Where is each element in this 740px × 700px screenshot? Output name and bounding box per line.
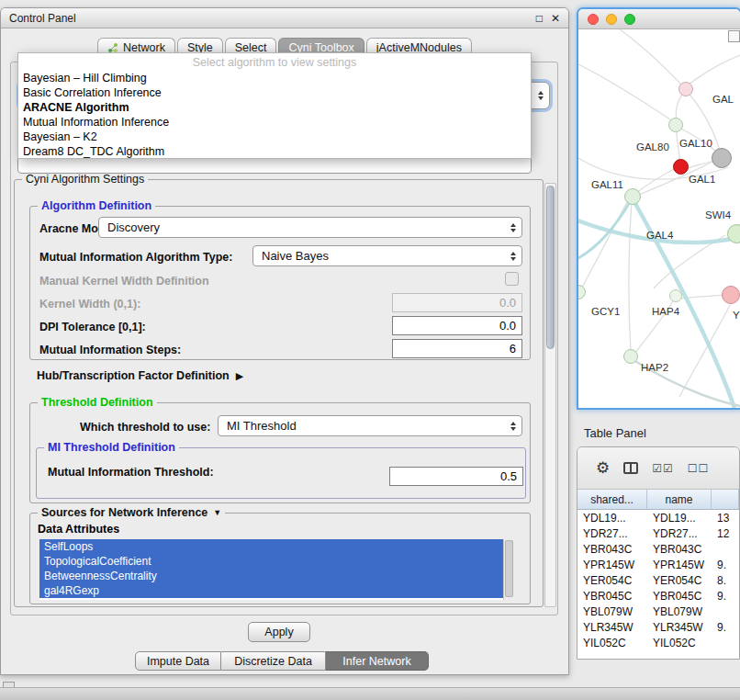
aracne-mode-value: Discovery bbox=[107, 220, 160, 234]
network-node-red[interactable] bbox=[673, 159, 689, 175]
combo-arrows-icon bbox=[538, 91, 544, 100]
dropdown-item[interactable]: Bayesian – K2 bbox=[18, 130, 531, 144]
network-canvas[interactable]: GAL80 GAL10 GAL11 GAL1 SWI4 GAL4 GCY1 HA… bbox=[578, 29, 740, 408]
attribute-item-selected[interactable]: BetweennessCentrality bbox=[39, 569, 503, 583]
attribute-item-selected[interactable]: SelfLoops bbox=[39, 539, 503, 554]
minimize-traffic-light[interactable] bbox=[606, 14, 617, 25]
network-node[interactable] bbox=[624, 188, 641, 205]
cell: YDL19... bbox=[647, 510, 712, 525]
dpi-tolerance-field[interactable]: 0.0 bbox=[392, 316, 522, 335]
node-label: GCY1 bbox=[591, 306, 620, 317]
table-row[interactable]: YBR043CYBR043C bbox=[577, 541, 739, 557]
threshold-definition-title: Threshold Definition bbox=[38, 396, 157, 409]
column-header-partial[interactable] bbox=[712, 490, 739, 509]
float-window-icon[interactable]: □ bbox=[536, 12, 543, 25]
scrollbar-thumb[interactable] bbox=[546, 186, 555, 349]
dropdown-item[interactable]: Bayesian – Hill Climbing bbox=[18, 71, 531, 85]
table-row[interactable]: YDR27...YDR27...12 bbox=[577, 525, 739, 541]
threshold-definition-group: Threshold Definition Which threshold to … bbox=[29, 402, 531, 503]
cell: YIL052C bbox=[647, 635, 712, 650]
threshold-value: MI Threshold bbox=[227, 419, 297, 433]
network-window-titlebar[interactable] bbox=[578, 9, 740, 29]
select-all-icon[interactable]: ☑☑ bbox=[652, 462, 674, 475]
dropdown-item-selected[interactable]: ARACNE Algorithm bbox=[18, 100, 531, 115]
mi-steps-value: 6 bbox=[510, 342, 516, 356]
cell: YDR27... bbox=[647, 525, 712, 541]
cell bbox=[712, 604, 739, 619]
table-row[interactable]: YDL19...YDL19...13 bbox=[577, 510, 739, 525]
network-node-gray[interactable] bbox=[712, 148, 732, 168]
kernel-width-field[interactable]: 0.0 bbox=[392, 293, 522, 312]
sources-group-title[interactable]: Sources for Network Inference ▼ bbox=[38, 506, 225, 519]
data-attributes-label: Data Attributes bbox=[38, 523, 119, 536]
attribute-list-scrollbar[interactable] bbox=[503, 539, 514, 600]
close-traffic-light[interactable] bbox=[588, 14, 599, 25]
table-row[interactable]: YBR045CYBR045C9. bbox=[577, 588, 739, 604]
cell: YBR045C bbox=[577, 588, 647, 604]
cell: 9. bbox=[712, 619, 739, 635]
tab-impute-data[interactable]: Impute Data bbox=[135, 651, 221, 671]
scrollbar-thumb[interactable] bbox=[505, 540, 513, 597]
table-row[interactable]: YBL079WYBL079W bbox=[577, 604, 739, 619]
bottom-tab-bar: Impute Data Discretize Data Infer Networ… bbox=[135, 651, 429, 671]
cell: 13 bbox=[712, 510, 739, 525]
mi-threshold-label: Mutual Information Threshold: bbox=[48, 466, 214, 479]
birdseye-toggle[interactable] bbox=[728, 30, 740, 42]
threshold-combobox[interactable]: MI Threshold bbox=[218, 415, 522, 436]
apply-button[interactable]: Apply bbox=[248, 622, 310, 642]
manual-kernel-checkbox[interactable] bbox=[505, 272, 519, 286]
mi-threshold-value: 0.5 bbox=[500, 469, 517, 483]
table-row[interactable]: YLR345WYLR345W9. bbox=[577, 619, 739, 635]
column-header-shared-name[interactable]: shared... bbox=[577, 490, 647, 509]
network-node[interactable] bbox=[727, 224, 740, 243]
mi-threshold-field[interactable]: 0.5 bbox=[389, 467, 523, 486]
mi-steps-field[interactable]: 6 bbox=[392, 339, 522, 358]
mi-type-combobox[interactable]: Naive Bayes bbox=[252, 245, 522, 266]
table-row[interactable]: YIL052CYIL052C bbox=[577, 635, 739, 650]
window-title: Control Panel bbox=[9, 12, 76, 25]
algorithm-definition-title: Algorithm Definition bbox=[38, 199, 155, 212]
cell: YPR145W bbox=[577, 557, 647, 572]
cell: YBL079W bbox=[577, 604, 647, 619]
attribute-item-selected[interactable]: gal4RGexp bbox=[39, 583, 503, 598]
network-node[interactable] bbox=[668, 118, 683, 132]
deselect-all-icon[interactable]: ☐☐ bbox=[688, 462, 710, 475]
tab-infer-network[interactable]: Infer Network bbox=[326, 651, 429, 671]
node-label: GAL11 bbox=[591, 179, 623, 190]
table-row[interactable]: YPR145WYPR145W9. bbox=[577, 557, 739, 572]
cell: YBR043C bbox=[577, 541, 647, 557]
control-panel-titlebar[interactable]: Control Panel □ ✕ bbox=[1, 8, 568, 28]
cell: YLR345W bbox=[647, 619, 712, 635]
cell: YDL19... bbox=[577, 510, 647, 525]
network-node[interactable] bbox=[623, 349, 638, 364]
settings-scrollbar[interactable] bbox=[544, 183, 556, 607]
status-bar bbox=[0, 687, 740, 700]
tab-discretize-data[interactable]: Discretize Data bbox=[221, 651, 326, 671]
cell: 9. bbox=[712, 588, 739, 604]
data-attributes-list[interactable]: SelfLoops TopologicalCoefficient Between… bbox=[39, 539, 514, 600]
cell: 12 bbox=[712, 525, 739, 541]
zoom-traffic-light[interactable] bbox=[624, 14, 635, 25]
control-panel-window: Control Panel □ ✕ Network Style Select bbox=[0, 7, 569, 675]
table-header-row: shared... name bbox=[577, 490, 739, 510]
node-label: GAL1 bbox=[689, 174, 715, 185]
network-node[interactable] bbox=[669, 289, 682, 302]
node-label: GAL10 bbox=[679, 138, 712, 149]
settings-group-title: Cyni Algorithm Settings bbox=[22, 173, 148, 186]
attribute-item-selected[interactable]: TopologicalCoefficient bbox=[39, 554, 503, 569]
columns-icon[interactable] bbox=[623, 462, 638, 474]
column-header-name[interactable]: name bbox=[647, 490, 712, 509]
close-icon[interactable]: ✕ bbox=[551, 12, 560, 25]
table-row[interactable]: YER054CYER054C8. bbox=[577, 572, 739, 588]
cyni-algorithm-settings-group: Cyni Algorithm Settings Algorithm Defini… bbox=[14, 179, 544, 607]
dropdown-item[interactable]: Basic Correlation Inference bbox=[18, 85, 531, 100]
dropdown-item[interactable]: Mutual Information Inference bbox=[18, 115, 531, 130]
table-panel-title: Table Panel bbox=[584, 426, 646, 440]
cell: YER054C bbox=[577, 572, 647, 588]
dropdown-item[interactable]: Dream8 DC_TDC Algorithm bbox=[18, 144, 531, 159]
gear-icon[interactable]: ⚙ bbox=[596, 458, 610, 478]
network-node-pink[interactable] bbox=[722, 286, 740, 304]
hub-definition-expander[interactable]: Hub/Transcription Factor Definition ▶ bbox=[37, 369, 243, 382]
network-node[interactable] bbox=[678, 82, 693, 96]
aracne-mode-combobox[interactable]: Discovery bbox=[98, 217, 522, 238]
